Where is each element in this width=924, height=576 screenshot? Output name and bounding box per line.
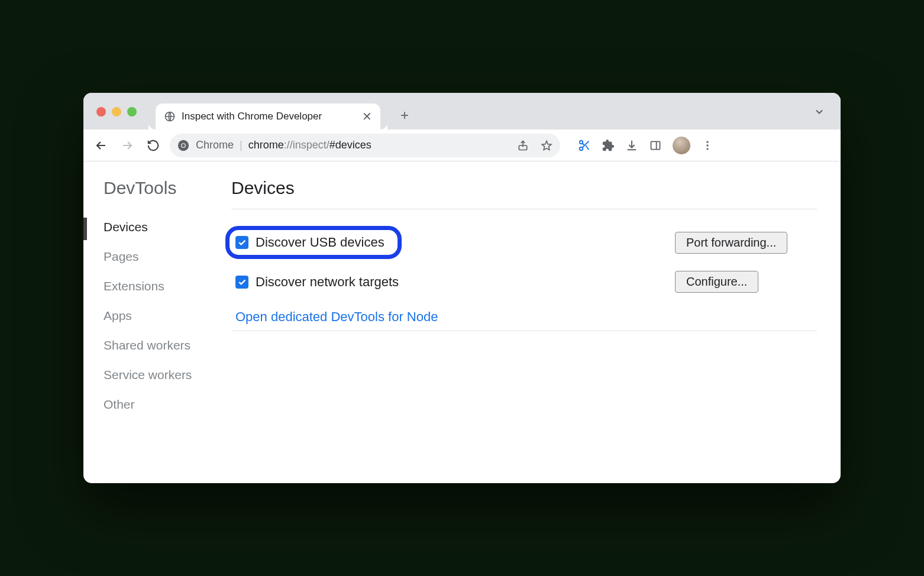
browser-tab[interactable]: Inspect with Chrome Developer ✕ <box>156 103 380 130</box>
open-node-devtools-link[interactable]: Open dedicated DevTools for Node <box>235 309 438 325</box>
toolbar: Chrome | chrome://inspect/#devices <box>83 130 841 161</box>
extensions-icon[interactable] <box>602 139 615 152</box>
configure-button[interactable]: Configure... <box>675 271 758 293</box>
sidebar-item-shared-workers[interactable]: Shared workers <box>104 331 231 360</box>
address-bar[interactable]: Chrome | chrome://inspect/#devices <box>170 134 560 157</box>
browser-window: Inspect with Chrome Developer ✕ + Chrome… <box>83 93 841 483</box>
share-icon[interactable] <box>514 137 532 154</box>
tabs-dropdown-button[interactable] <box>813 106 825 120</box>
discover-network-row: Discover network targets Configure... <box>231 265 817 299</box>
sidebar-item-pages[interactable]: Pages <box>104 242 231 271</box>
port-forwarding-button[interactable]: Port forwarding... <box>675 232 787 254</box>
svg-point-6 <box>580 147 583 150</box>
close-tab-button[interactable]: ✕ <box>362 111 372 122</box>
kebab-menu-icon[interactable] <box>701 139 714 152</box>
divider <box>231 331 817 331</box>
panel-icon[interactable] <box>649 139 662 152</box>
svg-point-9 <box>706 141 708 143</box>
page-content: DevTools Devices Pages Extensions Apps S… <box>83 161 841 483</box>
discover-usb-label: Discover USB devices <box>256 235 385 250</box>
discover-usb-row: Discover USB devices Port forwarding... <box>231 220 817 265</box>
toolbar-actions <box>578 137 714 154</box>
svg-rect-7 <box>651 141 660 149</box>
star-icon[interactable] <box>538 137 555 154</box>
discover-usb-checkbox[interactable] <box>235 236 248 249</box>
scissors-icon[interactable] <box>578 139 591 152</box>
maximize-window-button[interactable] <box>127 107 137 117</box>
new-tab-button[interactable]: + <box>400 108 409 122</box>
reload-button[interactable] <box>144 136 163 155</box>
downloads-icon[interactable] <box>625 139 638 152</box>
profile-avatar[interactable] <box>673 137 690 154</box>
chrome-icon <box>177 139 190 152</box>
svg-point-3 <box>182 144 185 147</box>
sidebar-item-service-workers[interactable]: Service workers <box>104 360 231 390</box>
sidebar-nav: Devices Pages Extensions Apps Shared wor… <box>104 212 231 419</box>
back-button[interactable] <box>92 136 111 155</box>
svg-point-11 <box>706 148 708 150</box>
sidebar-item-apps[interactable]: Apps <box>104 301 231 331</box>
sidebar-item-devices[interactable]: Devices <box>104 212 231 242</box>
sidebar-item-extensions[interactable]: Extensions <box>104 271 231 301</box>
svg-point-10 <box>706 144 708 146</box>
titlebar: Inspect with Chrome Developer ✕ + <box>83 93 841 130</box>
minimize-window-button[interactable] <box>112 107 121 117</box>
sidebar-item-other[interactable]: Other <box>104 390 231 419</box>
active-marker <box>83 218 87 240</box>
main-title: Devices <box>231 178 817 198</box>
close-window-button[interactable] <box>96 107 106 117</box>
globe-icon <box>164 111 176 122</box>
discover-usb-highlight: Discover USB devices <box>225 226 402 259</box>
tab-title: Inspect with Chrome Developer <box>182 111 356 122</box>
svg-point-5 <box>580 140 583 144</box>
sidebar: DevTools Devices Pages Extensions Apps S… <box>83 161 231 483</box>
omnibox-url: chrome://inspect/#devices <box>248 139 508 151</box>
omnibox-separator: | <box>240 139 243 151</box>
main-panel: Devices Discover USB devices Port forwar… <box>231 161 841 483</box>
discover-network-checkbox[interactable] <box>235 276 248 289</box>
divider <box>231 209 817 209</box>
discover-network-label: Discover network targets <box>256 274 399 290</box>
forward-button[interactable] <box>118 136 137 155</box>
omnibox-label: Chrome <box>196 139 234 151</box>
node-link-row: Open dedicated DevTools for Node <box>231 299 817 331</box>
sidebar-title: DevTools <box>104 178 231 198</box>
window-controls <box>96 107 137 117</box>
